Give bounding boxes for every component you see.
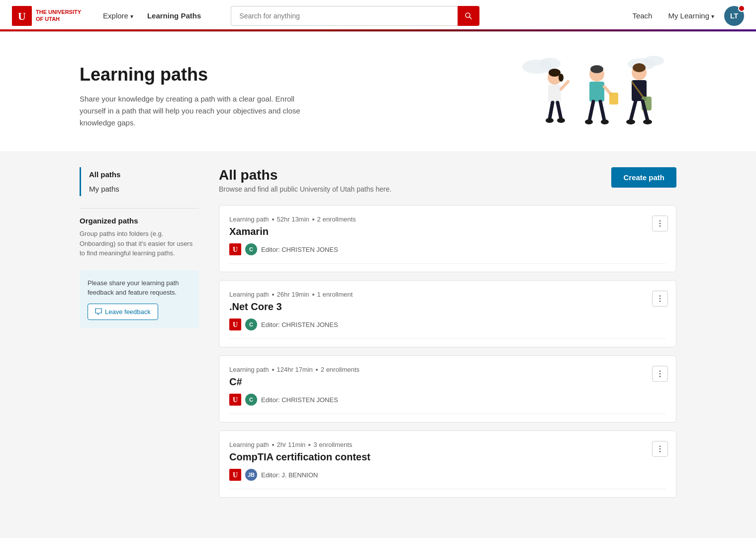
u-logo-icon: U	[229, 394, 241, 406]
path-meta-dot	[272, 369, 274, 371]
path-type: Learning path	[229, 291, 269, 298]
more-options-icon	[657, 220, 663, 227]
svg-point-48	[660, 373, 661, 375]
paths-section-desc: Browse and find all public University of…	[219, 185, 391, 193]
path-type: Learning path	[229, 366, 269, 373]
feedback-box: Please share your learning path feedback…	[80, 270, 199, 328]
teach-nav-link[interactable]: Teach	[626, 7, 658, 24]
editor-avatar: C	[245, 394, 257, 406]
navbar: U THE UNIVERSITY OF UTAH Explore Learnin…	[0, 0, 756, 32]
path-card-divider	[229, 414, 666, 414]
hero-text: Learning paths Share your knowledge by c…	[80, 64, 318, 129]
card-menu-button[interactable]	[652, 291, 668, 307]
editor-name: Editor: CHRISTEN JONES	[261, 246, 338, 253]
path-cards-container: Learning path 52hr 13min 2 enrollments X…	[219, 205, 676, 498]
path-meta: Learning path 124hr 17min 2 enrollments	[229, 366, 666, 373]
path-card: Learning path 52hr 13min 2 enrollments X…	[219, 205, 676, 272]
editor-name: Editor: CHRISTEN JONES	[261, 321, 338, 328]
more-options-icon	[657, 295, 663, 302]
learning-paths-nav-link[interactable]: Learning Paths	[141, 7, 207, 24]
svg-point-54	[660, 451, 661, 452]
search-button[interactable]	[458, 6, 479, 26]
paths-header-left: All paths Browse and find all public Uni…	[219, 167, 391, 193]
svg-line-23	[600, 102, 604, 120]
svg-line-3	[470, 17, 472, 19]
sidebar: All paths My paths Organized paths Group…	[80, 167, 199, 506]
explore-nav-link[interactable]: Explore	[97, 7, 139, 24]
path-meta: Learning path 2hr 11min 3 enrollments	[229, 441, 666, 448]
search-bar	[231, 6, 479, 26]
feedback-button[interactable]: Leave feedback	[88, 304, 158, 320]
feedback-text: Please share your learning path feedback…	[88, 278, 191, 298]
avatar[interactable]: LT	[724, 6, 744, 26]
svg-line-22	[589, 102, 593, 120]
comment-icon	[95, 308, 102, 315]
svg-point-39	[660, 225, 661, 227]
u-logo-icon: U	[229, 243, 241, 255]
path-duration: 52hr 13min	[277, 215, 309, 223]
sidebar-item-my-paths[interactable]: My paths	[89, 182, 199, 196]
create-path-button[interactable]: Create path	[611, 167, 676, 188]
svg-point-7	[644, 56, 664, 66]
path-editor: U JB Editor: J. BENNION	[229, 469, 666, 481]
organized-paths-title: Organized paths	[80, 216, 199, 225]
path-card: Learning path 26hr 19min 1 enrollment .N…	[219, 280, 676, 347]
logo-link[interactable]: U THE UNIVERSITY OF UTAH	[12, 6, 81, 26]
editor-name: Editor: J. BENNION	[261, 471, 318, 479]
svg-point-44	[660, 301, 661, 302]
sidebar-nav: All paths My paths	[80, 167, 199, 196]
path-card-divider	[229, 489, 666, 489]
path-meta-dot2	[312, 294, 314, 296]
editor-avatar: C	[245, 243, 257, 255]
path-title[interactable]: Xamarin	[229, 226, 666, 237]
hero-section: Learning paths Share your knowledge by c…	[0, 32, 756, 151]
sidebar-item-all-paths[interactable]: All paths	[89, 167, 199, 182]
svg-rect-21	[609, 93, 618, 105]
path-card: Learning path 124hr 17min 2 enrollments …	[219, 355, 676, 423]
navbar-color-bar	[0, 29, 756, 31]
svg-point-5	[539, 58, 561, 70]
svg-text:U: U	[233, 471, 238, 479]
path-card-divider	[229, 338, 666, 339]
svg-point-27	[633, 63, 646, 72]
path-enrollments: 2 enrollments	[321, 366, 360, 373]
path-editor: U C Editor: CHRISTEN JONES	[229, 243, 666, 255]
u-logo-icon: U	[229, 319, 241, 330]
my-learning-chevron-icon	[711, 11, 714, 20]
card-menu-button[interactable]	[652, 366, 668, 382]
hero-title: Learning paths	[80, 64, 318, 85]
editor-avatar: C	[245, 319, 257, 330]
svg-point-24	[585, 119, 593, 124]
paths-section-title: All paths	[219, 167, 391, 183]
svg-point-49	[660, 376, 661, 377]
organized-paths-section: Organized paths Group paths into folders…	[80, 216, 199, 258]
svg-point-42	[660, 295, 661, 297]
path-card-divider	[229, 263, 666, 264]
svg-point-25	[601, 119, 609, 124]
path-title[interactable]: CompTIA certification contest	[229, 451, 666, 463]
main-content: All paths My paths Organized paths Group…	[0, 151, 756, 522]
path-title[interactable]: C#	[229, 376, 666, 388]
svg-line-13	[550, 103, 553, 119]
svg-point-53	[660, 448, 661, 450]
svg-line-12	[561, 82, 568, 89]
path-enrollments: 2 enrollments	[317, 215, 356, 223]
path-meta: Learning path 26hr 19min 1 enrollment	[229, 291, 666, 298]
path-meta: Learning path 52hr 13min 2 enrollments	[229, 215, 666, 223]
path-title[interactable]: .Net Core 3	[229, 301, 666, 313]
svg-point-16	[557, 118, 565, 123]
path-enrollments: 1 enrollment	[317, 291, 353, 298]
my-learning-nav-link[interactable]: My Learning	[662, 7, 720, 24]
organized-paths-desc: Group paths into folders (e.g. Onboardin…	[80, 229, 199, 258]
navbar-links: Explore Learning Paths	[97, 7, 207, 24]
logo-text-line2: OF UTAH	[36, 16, 81, 22]
paths-section: All paths Browse and find all public Uni…	[219, 167, 676, 506]
logo-text-line1: THE UNIVERSITY	[36, 9, 81, 15]
path-duration: 26hr 19min	[277, 291, 309, 298]
path-duration: 124hr 17min	[277, 366, 313, 373]
card-menu-button[interactable]	[652, 215, 668, 231]
explore-chevron-icon	[130, 11, 133, 20]
svg-text:U: U	[233, 246, 238, 253]
search-input[interactable]	[231, 6, 479, 26]
card-menu-button[interactable]	[652, 441, 668, 457]
